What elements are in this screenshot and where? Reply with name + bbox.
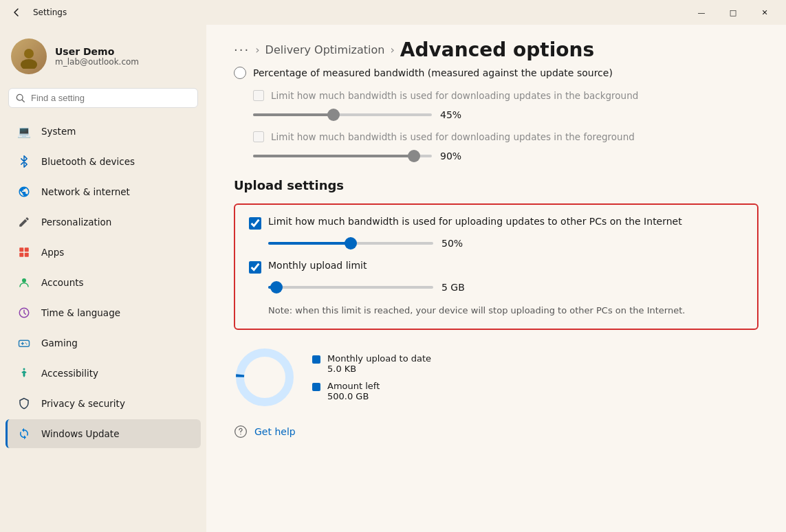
user-name: User Demo [55, 46, 139, 57]
donut-chart [234, 346, 296, 408]
background-checkbox-label: Limit how much bandwidth is used for dow… [271, 90, 638, 101]
accounts-icon [17, 275, 32, 290]
user-info: User Demo m_lab@outlook.com [55, 46, 139, 67]
svg-point-0 [24, 49, 34, 58]
sidebar-item-privacy[interactable]: Privacy & security [6, 389, 201, 418]
foreground-checkbox-label: Limit how much bandwidth is used for dow… [271, 131, 635, 142]
upload-checkbox-label-2: Monthly upload limit [268, 260, 367, 271]
help-row: Get help [234, 425, 758, 439]
download-radio-label: Percentage of measured bandwidth (measur… [253, 67, 613, 78]
sidebar-item-label: Privacy & security [41, 398, 125, 409]
content-area: ··· › Delivery Optimization › Advanced o… [206, 25, 786, 532]
svg-rect-4 [25, 247, 29, 252]
breadcrumb-sep2: › [390, 43, 394, 56]
legend-value-used: 5.0 KB [327, 364, 431, 374]
background-slider-row: 45% [234, 109, 758, 120]
svg-rect-5 [19, 253, 23, 257]
background-slider-track[interactable] [253, 113, 432, 116]
foreground-slider-row: 90% [234, 151, 758, 162]
sidebar-item-accounts[interactable]: Accounts [6, 268, 201, 297]
foreground-slider-value: 90% [440, 151, 468, 162]
legend-dot-used [312, 355, 320, 364]
maximize-button[interactable]: □ [717, 1, 749, 23]
sidebar-item-label: Accounts [41, 277, 84, 288]
back-button[interactable] [8, 4, 25, 21]
upload-note: Note: when this limit is reached, your d… [249, 304, 743, 318]
search-icon [16, 93, 25, 103]
sidebar-item-gaming[interactable]: Gaming [6, 329, 201, 357]
titlebar: Settings — □ ✕ [0, 0, 786, 25]
upload-slider-thumb-2[interactable] [270, 281, 283, 293]
svg-point-11 [26, 344, 28, 345]
sidebar-item-label: Bluetooth & devices [41, 156, 135, 167]
stats-row: Monthly upload to date 5.0 KB Amount lef… [234, 346, 758, 408]
personalization-icon [17, 214, 32, 230]
upload-checkbox-1[interactable] [249, 217, 261, 230]
apps-icon [17, 245, 32, 260]
minimize-button[interactable]: — [686, 1, 717, 23]
sidebar-item-label: Time & language [41, 307, 120, 318]
svg-point-12 [23, 368, 25, 370]
sidebar-item-apps[interactable]: Apps [6, 238, 201, 267]
download-radio-input[interactable] [234, 67, 246, 79]
sidebar-item-label: System [41, 126, 76, 137]
legend-item-remaining: Amount left 500.0 GB [312, 381, 431, 401]
background-checkbox[interactable] [253, 90, 264, 101]
sidebar-item-time[interactable]: Time & language [6, 298, 201, 327]
gaming-icon [17, 335, 32, 351]
network-icon [17, 184, 32, 199]
sidebar-item-network[interactable]: Network & internet [6, 177, 201, 206]
background-slider-thumb[interactable] [327, 109, 340, 121]
search-box[interactable] [8, 88, 198, 108]
system-icon: 💻 [17, 124, 32, 139]
svg-point-16 [240, 434, 241, 434]
main-layout: User Demo m_lab@outlook.com 💻 System Blu… [0, 25, 786, 532]
sidebar-item-label: Windows Update [41, 428, 119, 439]
svg-point-7 [22, 278, 26, 282]
breadcrumb-sep1: › [255, 43, 259, 56]
legend-text-used: Monthly upload to date 5.0 KB [327, 353, 431, 374]
avatar [11, 38, 47, 74]
foreground-slider-fill [253, 155, 414, 157]
upload-checkbox-2[interactable] [249, 261, 261, 274]
foreground-slider-track[interactable] [253, 155, 432, 157]
help-icon [234, 425, 248, 439]
foreground-checkbox[interactable] [253, 131, 264, 142]
upload-slider-track-2[interactable] [268, 286, 433, 289]
upload-section-title: Upload settings [234, 178, 758, 192]
legend-value-remaining: 500.0 GB [327, 391, 380, 401]
upload-slider-row-1: 50% [249, 238, 743, 249]
svg-point-13 [240, 353, 290, 402]
window-title: Settings [33, 8, 67, 17]
sidebar-item-personalization[interactable]: Personalization [6, 208, 201, 236]
breadcrumb-parent[interactable]: Delivery Optimization [265, 43, 385, 56]
sidebar-item-accessibility[interactable]: Accessibility [6, 359, 201, 388]
legend-item-used: Monthly upload to date 5.0 KB [312, 353, 431, 374]
close-button[interactable]: ✕ [749, 1, 780, 23]
upload-slider-track-1[interactable] [268, 242, 433, 245]
bluetooth-icon [17, 154, 32, 169]
upload-slider-row-2: 5 GB [249, 282, 743, 293]
time-icon [17, 305, 32, 320]
privacy-icon [17, 396, 32, 411]
sidebar-item-update[interactable]: Windows Update [6, 419, 201, 448]
foreground-slider-thumb[interactable] [408, 150, 420, 162]
help-link[interactable]: Get help [254, 426, 296, 437]
user-profile[interactable]: User Demo m_lab@outlook.com [0, 30, 206, 88]
sidebar-item-system[interactable]: 💻 System [6, 117, 201, 146]
background-slider-fill [253, 113, 334, 116]
search-input[interactable] [31, 93, 190, 103]
upload-checkbox-label-1: Limit how much bandwidth is used for upl… [268, 216, 682, 227]
upload-slider-thumb-1[interactable] [345, 237, 357, 250]
legend-label-used: Monthly upload to date [327, 353, 431, 364]
foreground-checkbox-row: Limit how much bandwidth is used for dow… [234, 131, 758, 142]
window-controls: — □ ✕ [686, 1, 780, 23]
legend-text-remaining: Amount left 500.0 GB [327, 381, 380, 401]
accessibility-icon [17, 366, 32, 381]
stats-legend: Monthly upload to date 5.0 KB Amount lef… [312, 353, 431, 401]
sidebar-item-bluetooth[interactable]: Bluetooth & devices [6, 147, 201, 176]
breadcrumb-dots[interactable]: ··· [234, 43, 250, 57]
sidebar: User Demo m_lab@outlook.com 💻 System Blu… [0, 25, 206, 532]
svg-rect-3 [19, 247, 23, 252]
svg-rect-6 [25, 253, 29, 257]
